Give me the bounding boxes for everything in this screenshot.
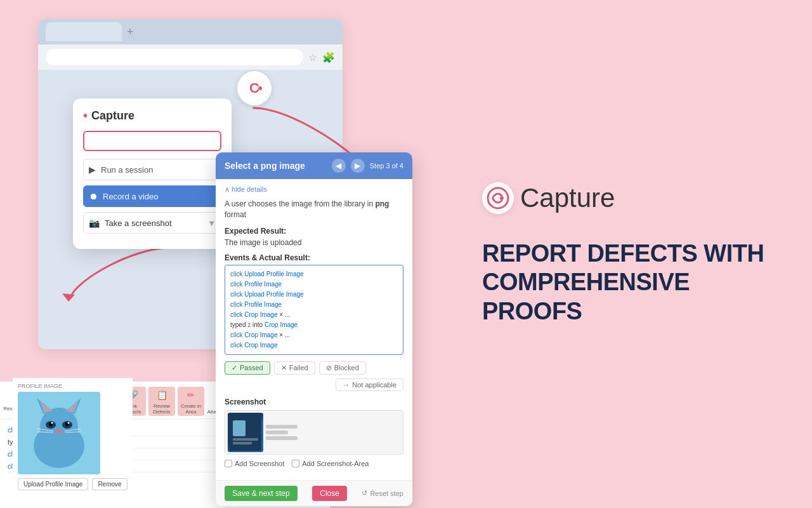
left-panel: + ☆ 🧩 C • Capture ▶ Run a session ⏺ Reco… [0, 0, 457, 508]
capture-brand-name: Capture [520, 183, 615, 213]
screenshot-line-1 [266, 425, 298, 429]
svg-marker-1 [62, 293, 75, 302]
screenshot-line-3 [266, 436, 298, 440]
toolbar-create-area[interactable]: ✏ Create in Area [178, 387, 204, 416]
capture-popup-title: • Capture [83, 109, 221, 123]
run-session-label: Run a session [101, 165, 153, 175]
capture-brand-logo-svg [487, 187, 509, 210]
add-screenshot-area-checkbox[interactable] [292, 460, 299, 467]
capture-popup-title-text: Capture [91, 109, 134, 123]
svg-point-24 [488, 188, 508, 208]
status-na-button[interactable]: → Not applicable [336, 378, 403, 391]
defect-modal: Select a png image ◀ ▶ Step 3 of 4 ∧ hid… [216, 152, 412, 506]
status-failed-button[interactable]: ✕ Failed [274, 361, 315, 375]
svg-point-18 [68, 422, 70, 424]
na-label: Not applicable [352, 381, 396, 389]
take-screenshot-label: Take a screenshot [105, 218, 172, 228]
extensions-icon: 🧩 [322, 51, 335, 64]
capture-extension-logo[interactable]: C [237, 71, 272, 105]
expected-result-text: The image is uploaded [225, 238, 403, 247]
screenshot-dropdown-icon: ▼ [207, 218, 216, 228]
failed-label: Failed [289, 364, 308, 371]
event-line-5: click Crop Image × ... [230, 310, 398, 320]
review-defects-label: Review Defects [150, 404, 173, 415]
svg-point-25 [500, 196, 504, 200]
status-blocked-button[interactable]: ⊘ Blocked [319, 361, 366, 375]
capture-c-logo: C [249, 80, 259, 97]
browser-address-bar: ☆ 🧩 [38, 44, 343, 70]
svg-point-8 [40, 408, 78, 446]
checkmark-icon: ✓ [232, 364, 237, 372]
browser-tab[interactable] [46, 22, 122, 41]
event-line-6: typed z into Crop Image [230, 320, 398, 330]
add-tab-button[interactable]: + [127, 25, 134, 39]
step-info: Step 3 of 4 [370, 162, 403, 170]
add-screenshot-checkbox-label[interactable]: Add Screenshot [225, 460, 284, 467]
tagline-line-1: REPORT DEFECTS WITH [482, 239, 774, 269]
create-area-icon: ✏ [183, 387, 199, 403]
event-line-4: click Profile Image [230, 300, 398, 310]
record-video-button[interactable]: ⏺ Record a video [83, 185, 221, 207]
svg-rect-5 [233, 442, 252, 444]
svg-point-19 [56, 429, 62, 432]
status-row: ✓ Passed ✕ Failed ⊘ Blocked → Not applic… [225, 361, 403, 391]
take-screenshot-icon: 📷 [89, 218, 100, 228]
save-next-step-button[interactable]: Save & next step [225, 486, 298, 501]
upload-profile-image-button[interactable]: Upload Profile Image [18, 478, 88, 490]
defect-modal-footer: Save & next step Close ↺ Reset step [216, 480, 412, 506]
capture-search-input[interactable] [83, 131, 221, 151]
screenshot-thumb-area [225, 410, 403, 455]
profile-image-label: PROFILE IMAGE [18, 383, 128, 389]
events-box[interactable]: click Upload Profile Image click Profile… [225, 265, 403, 355]
defect-modal-header: Select a png image ◀ ▶ Step 3 of 4 [216, 152, 412, 179]
event-line-3: click Upload Profile Image [230, 290, 398, 300]
capture-popup: • Capture ▶ Run a session ⏺ Record a vid… [73, 98, 232, 249]
na-arrow-icon: → [343, 381, 350, 389]
nav-prev-button[interactable]: ◀ [332, 159, 346, 173]
record-video-icon: ⏺ [89, 191, 98, 201]
bookmark-icon: ☆ [308, 51, 317, 64]
status-passed-button[interactable]: ✓ Passed [225, 361, 270, 375]
run-session-icon: ▶ [89, 164, 96, 175]
event-line-2: click Profile Image [230, 279, 398, 290]
hide-details-link[interactable]: ∧ hide details [225, 185, 403, 194]
event-line-1: click Upload Profile Image [230, 269, 398, 279]
screenshot-title: Screenshot [225, 398, 403, 406]
add-screenshot-row: Add Screenshot Add Screenshot-Area [225, 460, 403, 467]
screenshot-thumbnail [228, 413, 263, 452]
address-input[interactable] [46, 49, 303, 65]
right-panel: Capture REPORT DEFECTS WITH COMPREHENSIV… [457, 0, 812, 508]
arrow-left-down [57, 241, 184, 305]
record-video-label: Record a video [103, 192, 158, 201]
capture-brand-logo [482, 182, 514, 214]
screenshot-line-2 [266, 431, 288, 434]
capture-logo-small: • [83, 109, 88, 123]
remove-profile-image-button[interactable]: Remove [92, 478, 127, 490]
close-modal-button[interactable]: Close [312, 486, 347, 501]
event-line-7: click Crop Image × ... [230, 330, 398, 340]
event-line-8: click Crop Image [230, 340, 398, 351]
profile-image-area: PROFILE IMAGE [13, 378, 133, 495]
profile-btn-row: Upload Profile Image Remove [18, 478, 128, 490]
svg-rect-4 [233, 438, 258, 441]
run-session-button[interactable]: ▶ Run a session [83, 159, 221, 180]
add-screenshot-area-checkbox-label[interactable]: Add Screenshot-Area [292, 460, 369, 467]
defect-modal-title: Select a png image [225, 161, 305, 171]
profile-image-box [18, 392, 100, 474]
reset-step-button[interactable]: ↺ Reset step [362, 489, 403, 497]
blocked-icon: ⊘ [326, 364, 332, 372]
toolbar-review-defects[interactable]: 📋 Review Defects [148, 387, 175, 416]
passed-label: Passed [240, 364, 263, 371]
defect-modal-body: ∧ hide details A user chooses the image … [216, 179, 412, 480]
create-area-label: Create in Area [180, 404, 202, 415]
defect-modal-nav: ◀ ▶ Step 3 of 4 [332, 159, 403, 173]
add-screenshot-area-label: Add Screenshot-Area [302, 460, 369, 467]
take-screenshot-button[interactable]: 📷 Take a screenshot ▼ [83, 212, 221, 234]
events-label: Events & Actual Result: [225, 253, 403, 262]
x-icon: ✕ [281, 364, 287, 372]
expected-result-label: Expected Result: [225, 227, 403, 236]
svg-rect-3 [233, 420, 246, 436]
add-screenshot-checkbox[interactable] [225, 460, 232, 467]
blocked-label: Blocked [334, 364, 359, 371]
nav-next-button[interactable]: ▶ [351, 159, 365, 173]
